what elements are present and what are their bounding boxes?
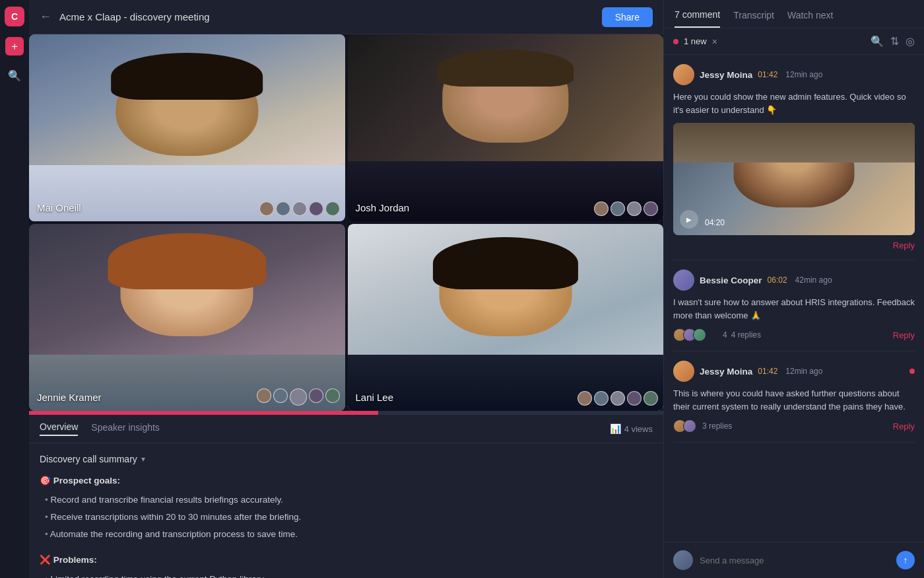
topbar: ← Acme x Claap - discovery meeting Share [29,0,663,34]
reply-avatars [673,419,693,433]
main-content: ← Acme x Claap - discovery meeting Share… [29,0,663,578]
unread-indicator [909,369,915,374]
mini-avatar [259,201,274,216]
mini-avatar [610,391,625,406]
mini-avatar [644,391,658,406]
replies-label[interactable]: 4 replies [731,330,761,340]
mini-avatar [325,388,340,403]
right-panel-tabs: 7 comment Transcript Watch next [664,0,924,28]
comment-timestamp[interactable]: 01:42 [758,367,777,376]
notification-close-button[interactable]: × [712,36,717,47]
mini-avatar [594,391,609,406]
participant-name-jennie: Jennie Kramer [37,392,102,403]
views-count: 📊 4 views [610,423,653,434]
commenter-name: Bessie Cooper [700,275,762,285]
mini-avatar [578,391,592,406]
comment-header: Bessie Cooper 06:02 42min ago [673,270,915,291]
search-icon[interactable]: 🔍 [871,35,884,48]
comment-timestamp[interactable]: 01:42 [758,70,777,79]
tab-transcript[interactable]: Transcript [733,10,774,27]
notification-dot [673,39,678,44]
comment-video-thumbnail[interactable]: ▶ 04:20 [673,123,915,235]
message-input-area: ↑ [664,542,924,578]
tab-overview[interactable]: Overview [40,421,78,436]
list-item: Automate the recording and transcription… [45,527,653,542]
play-button[interactable]: ▶ [680,210,698,229]
participant-name-mai: Mai Oneill [37,202,81,213]
comment-text: Here you could show the new admin featur… [673,90,915,116]
tab-comments[interactable]: 7 comment [675,9,720,28]
sidebar-search-icon[interactable]: 🔍 [5,66,24,85]
share-button[interactable]: Share [602,7,653,27]
mini-avatar [309,201,323,216]
comment-time-ago: 12min ago [785,367,822,376]
video-section: Mai Oneill Jo [29,34,663,578]
sidebar: C ＋ 🔍 [0,0,29,578]
comment-item: Jessy Moina 01:42 12min ago Here you cou… [673,55,915,260]
filter-icon[interactable]: ◎ [906,35,915,48]
video-cell-lani-lee[interactable]: Lani Lee [348,224,664,411]
reply-button[interactable]: Reply [893,330,915,340]
tab-speaker-insights[interactable]: Speaker insights [91,422,160,435]
video-cell-jennie-kramer[interactable]: Jennie Kramer [29,224,345,411]
sidebar-add-icon[interactable]: ＋ [5,37,24,55]
problems-list: Limited recording time using the current… [40,572,653,578]
timeline-progress [29,411,378,415]
reply-avatars [673,328,703,342]
tab-watch-next[interactable]: Watch next [787,10,834,27]
chevron-down-icon: ▾ [141,454,145,464]
summary-content: 🎯 Prospect goals: Record and transcribe … [40,474,653,578]
mini-avatar [610,201,625,216]
list-item: Record and transcribe financial results … [45,493,653,508]
sort-icon[interactable]: ⇅ [890,35,899,48]
reply-button[interactable]: Reply [673,240,915,250]
notification-icons: 🔍 ⇅ ◎ [871,35,915,48]
message-input[interactable] [700,556,890,565]
comment-timestamp[interactable]: 06:02 [768,275,787,285]
video-avatars-3 [257,388,340,406]
timeline-bar[interactable] [29,411,663,415]
commenter-name: Jessy Moina [700,367,752,377]
mini-avatar [627,201,642,216]
reply-button[interactable]: Reply [893,421,915,431]
replies-row: 4 4 replies Reply [673,328,915,342]
comment-text: This is where you could have asked furth… [673,387,915,413]
avatar [673,270,694,291]
video-avatars-2 [594,201,658,216]
commenter-name: Jessy Moina [700,70,752,80]
comment-header: Jessy Moina 01:42 12min ago [673,64,915,85]
video-duration: 04:20 [705,218,725,227]
mini-avatar [290,388,307,406]
problems-title: ❌ Problems: [40,553,653,568]
notification-label: 1 new [684,36,707,46]
video-cell-mai-oneill[interactable]: Mai Oneill [29,34,345,221]
summary-header[interactable]: Discovery call summary ▾ [40,454,653,464]
participant-name-josh: Josh Jordan [356,202,410,213]
summary-section: Discovery call summary ▾ 🎯 Prospect goal… [29,443,663,578]
comment-text: I wasn't sure how to answer about HRIS i… [673,296,915,322]
mini-avatar [594,201,609,216]
prospect-goals-title: 🎯 Prospect goals: [40,474,653,489]
avatar [673,64,694,85]
mini-avatar [257,388,271,403]
video-avatars-1 [259,201,340,216]
replies-label[interactable]: 3 replies [702,421,732,431]
video-avatars-4 [578,391,658,406]
comment-time-ago: 42min ago [795,275,832,285]
video-grid: Mai Oneill Jo [29,34,663,411]
summary-title: Discovery call summary [40,454,137,464]
back-button[interactable]: ← [40,10,51,24]
bar-chart-icon: 📊 [610,423,621,434]
page-title: Acme x Claap - discovery meeting [59,11,594,22]
reply-avatar [683,419,696,433]
video-cell-josh-jordan[interactable]: Josh Jordan [348,34,664,221]
mini-avatar [627,391,642,406]
comment-item: Jessy Moina 01:42 12min ago This is wher… [673,351,915,443]
app-logo[interactable]: C [5,7,24,26]
mini-avatar [276,201,290,216]
send-button[interactable]: ↑ [896,551,915,569]
reply-avatar [693,328,706,342]
list-item: Limited recording time using the current… [45,572,653,578]
mini-avatar [644,201,658,216]
reply-count: 4 [723,330,727,340]
